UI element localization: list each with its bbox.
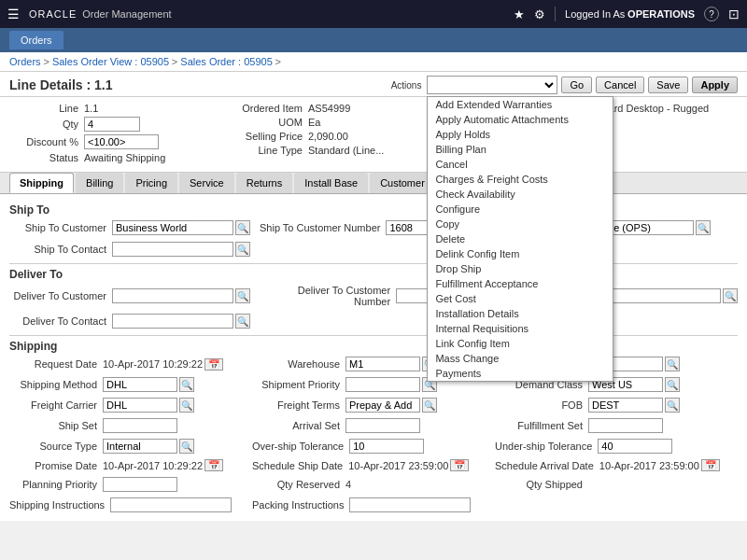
tab-shipping[interactable]: Shipping bbox=[9, 173, 74, 193]
gear-icon[interactable]: ⚙ bbox=[534, 7, 545, 21]
warehouse-input[interactable] bbox=[345, 357, 420, 371]
discount-input[interactable] bbox=[84, 134, 159, 149]
fob-search-icon[interactable]: 🔍 bbox=[665, 398, 680, 413]
page-header: Line Details : 1.1 Actions Add Extended … bbox=[0, 72, 747, 97]
ship-to-location-search-icon[interactable]: 🔍 bbox=[696, 220, 711, 235]
menu-item-fulfillment-acceptance[interactable]: Fulfillment Acceptance bbox=[428, 276, 613, 291]
over-ship-label: Over-ship Tolerance bbox=[252, 441, 349, 452]
uom-row: UOM Ea bbox=[233, 117, 448, 128]
schedule-arrival-value: 10-Apr-2017 23:59:00 bbox=[599, 460, 699, 471]
shipment-priority-input[interactable] bbox=[345, 377, 420, 392]
save-button[interactable]: Save bbox=[648, 77, 688, 93]
line-row: Line 1.1 bbox=[9, 103, 215, 114]
close-icon[interactable]: ⊡ bbox=[728, 7, 740, 21]
tab-service[interactable]: Service bbox=[179, 173, 234, 193]
apply-button[interactable]: Apply bbox=[692, 77, 738, 93]
menu-item-billing-plan[interactable]: Billing Plan bbox=[428, 142, 613, 157]
shipping-instructions-row: Shipping Instructions bbox=[9, 497, 252, 512]
under-ship-input[interactable] bbox=[598, 439, 672, 454]
cancel-button[interactable]: Cancel bbox=[596, 77, 644, 93]
menu-item-delete[interactable]: Delete bbox=[428, 231, 613, 246]
tab-billing[interactable]: Billing bbox=[76, 173, 123, 193]
freight-terms-input[interactable] bbox=[345, 398, 420, 413]
packing-instructions-label: Packing Instructions bbox=[252, 499, 349, 511]
menu-item-copy[interactable]: Copy bbox=[428, 217, 613, 231]
ship-to-customer-search-icon[interactable]: 🔍 bbox=[235, 220, 250, 235]
menu-item-apply-holds[interactable]: Apply Holds bbox=[428, 127, 613, 142]
ship-to-customer-row: Ship To Customer 🔍 bbox=[9, 220, 250, 235]
tab-returns[interactable]: Returns bbox=[236, 173, 293, 193]
deliver-to-location-search-icon[interactable]: 🔍 bbox=[723, 288, 738, 303]
discount-row: Discount % bbox=[9, 134, 215, 149]
schedule-ship-calendar-icon[interactable]: 📅 bbox=[450, 459, 469, 471]
qty-input[interactable] bbox=[84, 117, 140, 132]
fulfillment-set-row: Fulfillment Set bbox=[495, 418, 738, 433]
menu-item-internal-requisitions[interactable]: Internal Requisitions bbox=[428, 321, 613, 336]
source-type-search-icon[interactable]: 🔍 bbox=[179, 439, 194, 454]
help-icon[interactable]: ? bbox=[704, 7, 719, 21]
deliver-to-customer-search-icon[interactable]: 🔍 bbox=[235, 288, 250, 303]
menu-item-get-cost[interactable]: Get Cost bbox=[428, 291, 613, 306]
planning-priority-input[interactable] bbox=[103, 477, 177, 492]
deliver-to-title: Deliver To bbox=[9, 268, 738, 281]
menu-item-configure[interactable]: Configure bbox=[428, 202, 613, 217]
menu-item-installation-details[interactable]: Installation Details bbox=[428, 306, 613, 321]
menu-item-delink-config-item[interactable]: Delink Config Item bbox=[428, 246, 613, 261]
promise-date-calendar-icon[interactable]: 📅 bbox=[204, 459, 223, 471]
nav-tab-orders[interactable]: Orders bbox=[9, 31, 63, 49]
fob-input[interactable] bbox=[588, 398, 663, 413]
go-button[interactable]: Go bbox=[561, 77, 592, 93]
freight-carrier-row: Freight Carrier 🔍 bbox=[9, 398, 252, 413]
menu-item-check-availability[interactable]: Check Availability bbox=[428, 187, 613, 202]
qty-reserved-value: 4 bbox=[345, 479, 351, 490]
ship-set-input[interactable] bbox=[103, 418, 177, 433]
breadcrumb-sales-order-view[interactable]: Sales Order View : 05905 bbox=[52, 56, 169, 67]
deliver-to-customer-input[interactable] bbox=[112, 288, 233, 303]
menu-item-add-extended-warranties[interactable]: Add Extended Warranties bbox=[428, 97, 613, 112]
menu-item-apply-automatic-attachments[interactable]: Apply Automatic Attachments bbox=[428, 112, 613, 127]
shipping-method-search-icon[interactable]: 🔍 bbox=[179, 377, 194, 392]
tab-pricing[interactable]: Pricing bbox=[125, 173, 177, 193]
fulfillment-set-label: Fulfillment Set bbox=[495, 420, 588, 431]
ship-to-contact-label: Ship To Contact bbox=[9, 244, 112, 255]
menu-item-drop-ship[interactable]: Drop Ship bbox=[428, 261, 613, 276]
ship-set-label: Ship Set bbox=[9, 420, 103, 431]
ship-to-contact-search-icon[interactable]: 🔍 bbox=[235, 242, 250, 257]
menu-item-cancel[interactable]: Cancel bbox=[428, 157, 613, 172]
actions-dropdown-container: Add Extended Warranties Apply Automatic … bbox=[427, 76, 557, 94]
freight-carrier-input[interactable] bbox=[103, 398, 177, 413]
actions-dropdown[interactable] bbox=[427, 76, 557, 94]
breadcrumb-sales-order[interactable]: Sales Order : 05905 bbox=[180, 56, 272, 67]
ship-to-customer-input[interactable] bbox=[112, 220, 233, 235]
menu-item-mass-change[interactable]: Mass Change bbox=[428, 351, 613, 366]
deliver-to-location-input[interactable] bbox=[599, 288, 721, 303]
shipping-method-input[interactable] bbox=[103, 377, 177, 392]
freight-carrier-search-icon[interactable]: 🔍 bbox=[179, 398, 194, 413]
fulfillment-set-input[interactable] bbox=[588, 418, 663, 433]
menu-item-payments[interactable]: Payments bbox=[428, 366, 613, 381]
star-icon[interactable]: ★ bbox=[514, 7, 525, 21]
packing-instructions-input[interactable] bbox=[349, 497, 471, 512]
ship-to-contact-input[interactable] bbox=[112, 242, 233, 257]
ordered-item-value: AS54999 bbox=[308, 103, 350, 114]
menu-item-charges-freight[interactable]: Charges & Freight Costs bbox=[428, 172, 613, 187]
shipping-instructions-input[interactable] bbox=[110, 497, 232, 512]
selling-price-value: 2,090.00 bbox=[308, 131, 348, 142]
source-type-input[interactable] bbox=[103, 439, 177, 454]
hamburger-menu-icon[interactable]: ☰ bbox=[7, 7, 20, 21]
deliver-to-contact-search-icon[interactable]: 🔍 bbox=[235, 314, 250, 329]
source-type-label: Source Type bbox=[9, 441, 103, 452]
menu-item-link-config-item[interactable]: Link Config Item bbox=[428, 336, 613, 351]
tab-install-base[interactable]: Install Base bbox=[294, 173, 368, 193]
subinventory-search-icon[interactable]: 🔍 bbox=[665, 357, 680, 371]
demand-class-search-icon[interactable]: 🔍 bbox=[665, 377, 680, 392]
request-date-calendar-icon[interactable]: 📅 bbox=[204, 358, 223, 371]
deliver-to-contact-input[interactable] bbox=[112, 314, 233, 329]
deliver-to-row2: Deliver To Contact 🔍 bbox=[9, 314, 738, 331]
arrival-set-input[interactable] bbox=[345, 418, 420, 433]
source-type-row: Source Type 🔍 bbox=[9, 439, 252, 454]
over-ship-input[interactable] bbox=[349, 439, 424, 454]
freight-terms-search-icon[interactable]: 🔍 bbox=[422, 398, 437, 413]
breadcrumb-orders[interactable]: Orders bbox=[9, 56, 41, 67]
schedule-arrival-calendar-icon[interactable]: 📅 bbox=[701, 459, 720, 471]
